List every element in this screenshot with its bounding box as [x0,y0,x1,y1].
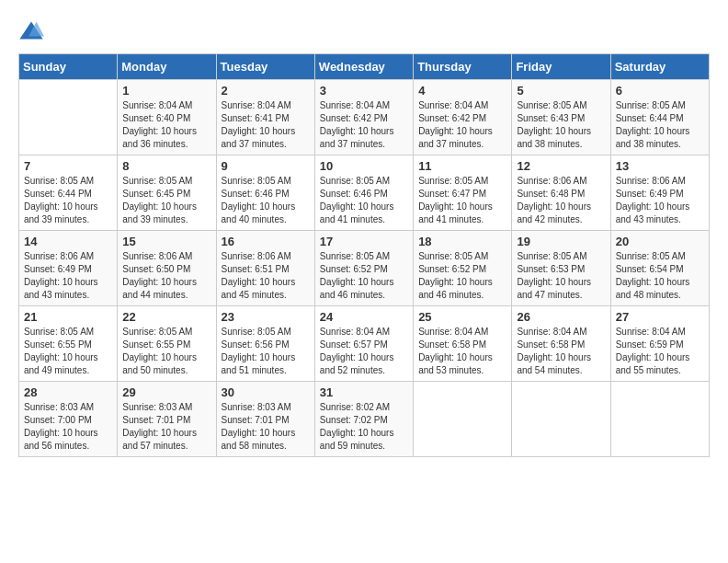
day-number: 2 [222,84,310,98]
calendar-cell: 8Sunrise: 8:05 AMSunset: 6:45 PMDaylight… [118,155,216,231]
calendar-cell: 6Sunrise: 8:05 AMSunset: 6:44 PMDaylight… [610,80,709,155]
calendar-cell: 29Sunrise: 8:03 AMSunset: 7:01 PMDayligh… [118,382,216,457]
day-info: Sunrise: 8:05 AMSunset: 6:54 PMDaylight:… [616,250,704,302]
day-number: 18 [418,235,506,248]
weekday-header: Wednesday [314,54,413,80]
weekday-header: Sunday [19,54,118,80]
day-number: 19 [517,235,605,248]
calendar-body: 1Sunrise: 8:04 AMSunset: 6:40 PMDaylight… [19,80,710,457]
day-info: Sunrise: 8:06 AMSunset: 6:48 PMDaylight:… [517,175,605,226]
day-info: Sunrise: 8:03 AMSunset: 7:01 PMDaylight:… [222,401,310,453]
calendar-cell: 19Sunrise: 8:05 AMSunset: 6:53 PMDayligh… [512,231,610,306]
calendar-cell: 28Sunrise: 8:03 AMSunset: 7:00 PMDayligh… [19,382,118,457]
weekday-header-row: SundayMondayTuesdayWednesdayThursdayFrid… [19,54,710,80]
weekday-header: Thursday [414,54,512,80]
day-number: 28 [24,385,112,399]
calendar-cell: 13Sunrise: 8:06 AMSunset: 6:49 PMDayligh… [610,155,709,231]
day-info: Sunrise: 8:05 AMSunset: 6:56 PMDaylight:… [222,326,310,377]
day-info: Sunrise: 8:06 AMSunset: 6:51 PMDaylight:… [222,250,310,302]
day-number: 1 [122,84,210,98]
day-info: Sunrise: 8:05 AMSunset: 6:45 PMDaylight:… [122,175,210,226]
calendar-week-row: 21Sunrise: 8:05 AMSunset: 6:55 PMDayligh… [19,306,710,382]
day-number: 23 [222,310,310,324]
calendar-cell [19,80,118,155]
logo-icon [18,18,44,44]
day-number: 29 [122,385,210,399]
day-info: Sunrise: 8:05 AMSunset: 6:53 PMDaylight:… [517,250,605,302]
day-info: Sunrise: 8:05 AMSunset: 6:46 PMDaylight:… [320,175,408,226]
calendar-cell: 9Sunrise: 8:05 AMSunset: 6:46 PMDaylight… [216,155,314,231]
day-info: Sunrise: 8:04 AMSunset: 6:59 PMDaylight:… [616,326,704,377]
calendar-cell: 21Sunrise: 8:05 AMSunset: 6:55 PMDayligh… [19,306,118,382]
day-number: 16 [222,235,310,248]
day-number: 12 [517,159,605,173]
day-number: 11 [418,159,506,173]
day-number: 30 [222,385,310,399]
day-info: Sunrise: 8:04 AMSunset: 6:42 PMDaylight:… [418,99,506,151]
day-info: Sunrise: 8:05 AMSunset: 6:47 PMDaylight:… [418,175,506,226]
calendar-cell: 18Sunrise: 8:05 AMSunset: 6:52 PMDayligh… [414,231,512,306]
calendar-cell: 10Sunrise: 8:05 AMSunset: 6:46 PMDayligh… [314,155,413,231]
day-info: Sunrise: 8:05 AMSunset: 6:52 PMDaylight:… [418,250,506,302]
calendar-cell: 26Sunrise: 8:04 AMSunset: 6:58 PMDayligh… [512,306,610,382]
calendar-cell: 3Sunrise: 8:04 AMSunset: 6:42 PMDaylight… [314,80,413,155]
calendar-cell: 4Sunrise: 8:04 AMSunset: 6:42 PMDaylight… [414,80,512,155]
calendar-cell: 1Sunrise: 8:04 AMSunset: 6:40 PMDaylight… [118,80,216,155]
day-info: Sunrise: 8:06 AMSunset: 6:49 PMDaylight:… [24,250,112,302]
day-info: Sunrise: 8:03 AMSunset: 7:00 PMDaylight:… [24,401,112,453]
day-number: 5 [517,84,605,98]
day-info: Sunrise: 8:04 AMSunset: 6:42 PMDaylight:… [320,99,408,151]
day-number: 31 [320,385,408,399]
calendar-cell [414,382,512,457]
calendar-week-row: 7Sunrise: 8:05 AMSunset: 6:44 PMDaylight… [19,155,710,231]
day-number: 6 [616,84,704,98]
day-info: Sunrise: 8:06 AMSunset: 6:49 PMDaylight:… [616,175,704,226]
calendar-week-row: 1Sunrise: 8:04 AMSunset: 6:40 PMDaylight… [19,80,710,155]
day-info: Sunrise: 8:04 AMSunset: 6:58 PMDaylight:… [418,326,506,377]
calendar-cell: 16Sunrise: 8:06 AMSunset: 6:51 PMDayligh… [216,231,314,306]
page-header [18,18,710,44]
day-info: Sunrise: 8:04 AMSunset: 6:40 PMDaylight:… [122,99,210,151]
calendar-cell: 30Sunrise: 8:03 AMSunset: 7:01 PMDayligh… [216,382,314,457]
day-number: 3 [320,84,408,98]
day-info: Sunrise: 8:05 AMSunset: 6:44 PMDaylight:… [24,175,112,226]
calendar-cell: 17Sunrise: 8:05 AMSunset: 6:52 PMDayligh… [314,231,413,306]
day-number: 27 [616,310,704,324]
day-number: 9 [222,159,310,173]
weekday-header: Friday [512,54,610,80]
calendar-cell: 12Sunrise: 8:06 AMSunset: 6:48 PMDayligh… [512,155,610,231]
day-number: 13 [616,159,704,173]
day-number: 26 [517,310,605,324]
day-info: Sunrise: 8:05 AMSunset: 6:52 PMDaylight:… [320,250,408,302]
weekday-header: Monday [118,54,216,80]
day-number: 21 [24,310,112,324]
day-number: 8 [122,159,210,173]
day-info: Sunrise: 8:05 AMSunset: 6:44 PMDaylight:… [616,99,704,151]
calendar-cell [512,382,610,457]
calendar-cell: 5Sunrise: 8:05 AMSunset: 6:43 PMDaylight… [512,80,610,155]
calendar-cell: 15Sunrise: 8:06 AMSunset: 6:50 PMDayligh… [118,231,216,306]
day-info: Sunrise: 8:04 AMSunset: 6:41 PMDaylight:… [222,99,310,151]
day-info: Sunrise: 8:02 AMSunset: 7:02 PMDaylight:… [320,401,408,453]
day-number: 20 [616,235,704,248]
day-number: 10 [320,159,408,173]
day-number: 25 [418,310,506,324]
day-number: 7 [24,159,112,173]
calendar-cell: 14Sunrise: 8:06 AMSunset: 6:49 PMDayligh… [19,231,118,306]
day-info: Sunrise: 8:04 AMSunset: 6:57 PMDaylight:… [320,326,408,377]
calendar-cell: 22Sunrise: 8:05 AMSunset: 6:55 PMDayligh… [118,306,216,382]
day-number: 4 [418,84,506,98]
day-info: Sunrise: 8:03 AMSunset: 7:01 PMDaylight:… [122,401,210,453]
day-info: Sunrise: 8:05 AMSunset: 6:46 PMDaylight:… [222,175,310,226]
calendar-cell: 20Sunrise: 8:05 AMSunset: 6:54 PMDayligh… [610,231,709,306]
calendar-week-row: 28Sunrise: 8:03 AMSunset: 7:00 PMDayligh… [19,382,710,457]
day-info: Sunrise: 8:05 AMSunset: 6:55 PMDaylight:… [24,326,112,377]
calendar-cell: 25Sunrise: 8:04 AMSunset: 6:58 PMDayligh… [414,306,512,382]
day-number: 22 [122,310,210,324]
day-number: 17 [320,235,408,248]
day-info: Sunrise: 8:05 AMSunset: 6:55 PMDaylight:… [122,326,210,377]
weekday-header: Saturday [610,54,709,80]
calendar-cell: 11Sunrise: 8:05 AMSunset: 6:47 PMDayligh… [414,155,512,231]
calendar-week-row: 14Sunrise: 8:06 AMSunset: 6:49 PMDayligh… [19,231,710,306]
calendar-cell: 23Sunrise: 8:05 AMSunset: 6:56 PMDayligh… [216,306,314,382]
